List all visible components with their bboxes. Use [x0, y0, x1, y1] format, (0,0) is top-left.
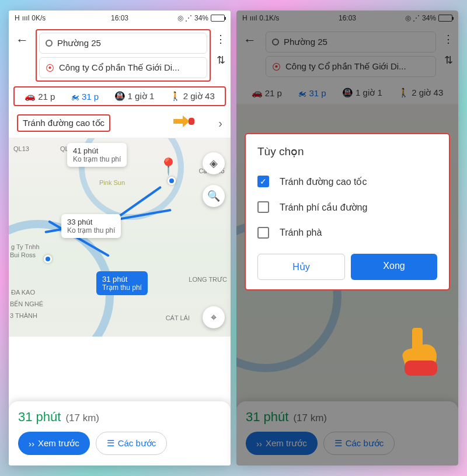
- net-speed: 0K/s: [32, 14, 46, 22]
- option-avoid-ferries[interactable]: Tránh phà: [257, 220, 437, 246]
- phone-left: H ıııl 0K/s 16:03 ◎ ⋰ 34% ← Phường 25 ⦿ …: [9, 10, 231, 466]
- clock: 16:03: [111, 14, 128, 22]
- route-tooltip[interactable]: 41 phút Ko trạm thu phí: [67, 143, 127, 167]
- wifi-icon: ◎ ⋰: [177, 14, 192, 22]
- mode-motorbike[interactable]: 🏍31 p: [71, 91, 99, 102]
- route-tooltip-selected[interactable]: 31 phút Trạm thu phí: [96, 271, 148, 295]
- map-canvas[interactable]: QL13 QL1A Pink Sun Cầu Suố g Ty Tnhh Bui…: [9, 138, 231, 337]
- destination-pin-icon: 📍: [158, 157, 179, 176]
- start-input[interactable]: Phường 25: [39, 33, 207, 54]
- poi-label: QL13: [13, 145, 29, 152]
- back-button[interactable]: ←: [13, 29, 31, 51]
- directions-header: ← Phường 25 ⦿ Công ty Cổ phần Thế Giới D…: [9, 26, 231, 84]
- search-map-button[interactable]: 🔍: [203, 185, 225, 207]
- option-avoid-highways[interactable]: ✓ Tránh đường cao tốc: [257, 169, 437, 194]
- poi-label: LONG TRƯC: [189, 276, 227, 284]
- cancel-button[interactable]: Hủy: [257, 254, 345, 280]
- dialog-title: Tùy chọn: [257, 145, 437, 158]
- battery-pct: 34%: [194, 14, 208, 22]
- preview-button[interactable]: ›› Xem trước: [18, 432, 90, 455]
- start-marker-icon: [46, 40, 53, 47]
- mode-walk[interactable]: 🚶2 giờ 43: [170, 91, 215, 102]
- start-text: Phường 25: [57, 38, 101, 48]
- checkbox-icon[interactable]: [257, 201, 269, 213]
- poi-label: BẾN NGHÉ: [10, 300, 43, 308]
- avoid-options-row[interactable]: Tránh đường cao tốc ›: [9, 108, 231, 138]
- route-point-icon: [44, 255, 52, 263]
- battery-icon: [211, 15, 225, 22]
- mode-car[interactable]: 🚗21 p: [25, 91, 55, 102]
- checkbox-checked-icon[interactable]: ✓: [257, 176, 269, 187]
- checkbox-icon[interactable]: [257, 227, 269, 239]
- done-button[interactable]: Xong: [351, 254, 437, 280]
- more-menu-button[interactable]: ⋮: [215, 33, 226, 46]
- avoid-highways-label: Tránh đường cao tốc: [17, 114, 110, 132]
- chevron-right-icon: ›: [218, 117, 222, 130]
- trip-distance: (17 km): [65, 412, 99, 424]
- train-icon: 🚇: [114, 91, 126, 102]
- poi-label: g Ty Tnhh: [11, 243, 40, 250]
- poi-label: Pink Sun: [99, 179, 125, 186]
- bottom-sheet[interactable]: 31 phút (17 km) ›› Xem trước ☰ Các bước: [9, 401, 231, 466]
- route-tooltip[interactable]: 33 phút Ko trạm thu phí: [61, 214, 121, 238]
- end-input[interactable]: ⦿ Công ty Cổ phần Thế Giới Di...: [39, 57, 207, 78]
- poi-label: ĐA KAO: [11, 289, 35, 296]
- steps-button[interactable]: ☰ Các bước: [96, 432, 168, 455]
- phone-right: H ıııl 0.1K/s 16:03 ◎ ⋰ 34% ← Phường 25 …: [236, 10, 458, 466]
- car-icon: 🚗: [25, 91, 36, 102]
- swap-button[interactable]: ⇅: [217, 54, 225, 66]
- option-avoid-tolls[interactable]: Tránh phí cầu đường: [257, 194, 437, 220]
- list-icon: ☰: [107, 438, 114, 449]
- options-dialog: Tùy chọn ✓ Tránh đường cao tốc Tránh phí…: [245, 133, 450, 290]
- poi-label: 3 THÀNH: [10, 312, 37, 319]
- motorbike-icon: 🏍: [71, 92, 79, 102]
- destination-pin-icon: ⦿: [46, 63, 54, 73]
- route-inputs: Phường 25 ⦿ Công ty Cổ phần Thế Giới Di.…: [36, 29, 211, 82]
- signal-icon: ıııl: [22, 14, 30, 22]
- layers-button[interactable]: ◈: [203, 152, 225, 174]
- end-text: Công ty Cổ phần Thế Giới Di...: [59, 62, 180, 73]
- poi-label: Bui Ross: [10, 251, 36, 258]
- network-type: H: [15, 14, 20, 22]
- poi-label: CÁT LÁI: [166, 314, 190, 321]
- status-bar: H ıııl 0K/s 16:03 ◎ ⋰ 34%: [9, 10, 231, 26]
- trip-duration: 31 phút: [18, 410, 61, 425]
- mode-transit[interactable]: 🚇1 giờ 1: [114, 91, 155, 102]
- svg-rect-0: [189, 118, 194, 125]
- pointer-hand-icon: [172, 111, 196, 136]
- recenter-button[interactable]: ⌖: [203, 306, 225, 328]
- travel-mode-row: 🚗21 p 🏍31 p 🚇1 giờ 1 🚶2 giờ 43: [13, 86, 226, 106]
- chevrons-icon: ››: [29, 439, 34, 449]
- walk-icon: 🚶: [170, 91, 181, 102]
- route-point-icon: [168, 177, 176, 185]
